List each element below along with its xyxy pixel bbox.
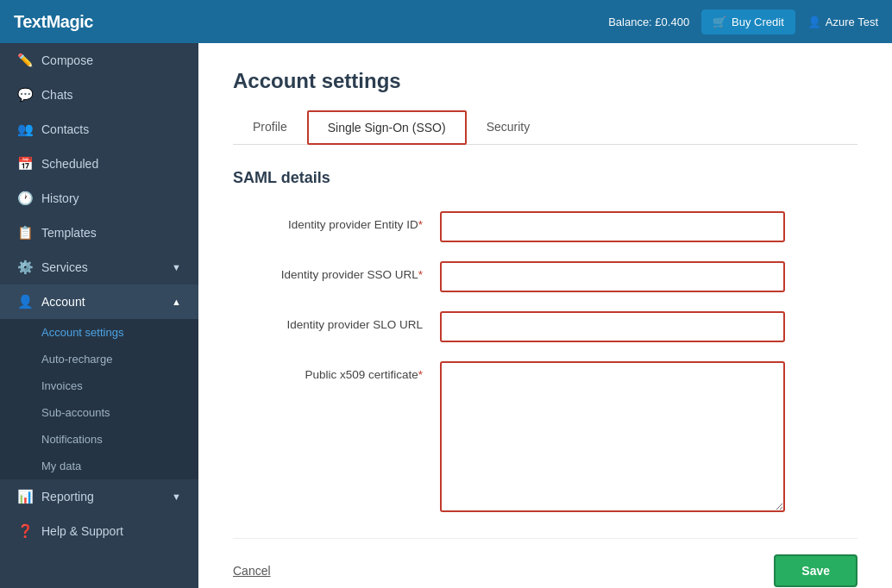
header-right: Balance: £0.400 🛒 Buy Credit 👤 Azure Tes… xyxy=(608,9,878,34)
label-sso-url: Identity provider SSO URL* xyxy=(233,261,440,281)
field-sso-url: Identity provider SSO URL* xyxy=(233,261,857,292)
submenu-item-notifications[interactable]: Notifications xyxy=(0,426,198,453)
sidebar-item-help[interactable]: ❓ Help & Support xyxy=(0,514,198,548)
sidebar-label-scheduled: Scheduled xyxy=(41,157,98,171)
history-icon: 🕐 xyxy=(17,191,33,206)
reporting-icon: 📊 xyxy=(17,489,33,504)
sidebar-item-services[interactable]: ⚙️ Services ▼ xyxy=(0,250,198,285)
buy-credit-label: Buy Credit xyxy=(732,16,784,28)
user-menu[interactable]: 👤 Azure Test xyxy=(807,16,878,28)
sidebar-label-templates: Templates xyxy=(41,226,97,240)
sidebar-item-compose[interactable]: ✏️ Compose xyxy=(0,43,198,78)
label-slo-url: Identity provider SLO URL xyxy=(233,311,440,331)
sidebar-item-history[interactable]: 🕐 History xyxy=(0,181,198,216)
templates-icon: 📋 xyxy=(17,225,33,241)
submenu-item-invoices[interactable]: Invoices xyxy=(0,372,198,399)
header: TextMagic Balance: £0.400 🛒 Buy Credit 👤… xyxy=(0,0,892,43)
saml-section-title: SAML details xyxy=(233,169,857,187)
sidebar-label-history: History xyxy=(41,191,79,205)
sidebar-item-templates[interactable]: 📋 Templates xyxy=(0,216,198,250)
sidebar-item-contacts[interactable]: 👥 Contacts xyxy=(0,112,198,147)
label-certificate: Public x509 certificate* xyxy=(233,361,440,381)
services-icon: ⚙️ xyxy=(17,260,33,275)
field-slo-url: Identity provider SLO URL xyxy=(233,311,857,342)
field-certificate: Public x509 certificate* xyxy=(233,361,857,512)
account-icon: 👤 xyxy=(17,294,33,310)
user-name: Azure Test xyxy=(826,16,878,28)
buy-credit-button[interactable]: 🛒 Buy Credit xyxy=(701,9,795,34)
save-button[interactable]: Save xyxy=(774,554,857,587)
required-marker-2: * xyxy=(418,268,423,281)
sidebar-item-reporting[interactable]: 📊 Reporting ▼ xyxy=(0,479,198,514)
cart-icon: 🛒 xyxy=(713,16,726,28)
input-entity-id[interactable] xyxy=(440,211,785,242)
sidebar-label-contacts: Contacts xyxy=(41,122,89,136)
balance-display: Balance: £0.400 xyxy=(608,16,689,28)
field-entity-id: Identity provider Entity ID* xyxy=(233,211,857,242)
sidebar-label-account: Account xyxy=(41,295,85,309)
form-footer: Cancel Save xyxy=(233,538,857,587)
label-entity-id: Identity provider Entity ID* xyxy=(233,211,440,231)
tab-security[interactable]: Security xyxy=(467,110,550,145)
user-icon: 👤 xyxy=(807,16,821,28)
submenu-item-account-settings[interactable]: Account settings xyxy=(0,319,198,346)
submenu-item-auto-recharge[interactable]: Auto-recharge xyxy=(0,346,198,372)
logo: TextMagic xyxy=(14,12,93,32)
sidebar: ✏️ Compose 💬 Chats 👥 Contacts 📅 Schedule… xyxy=(0,43,198,588)
tab-sso[interactable]: Single Sign-On (SSO) xyxy=(307,110,467,145)
sidebar-label-services: Services xyxy=(41,260,88,274)
scheduled-icon: 📅 xyxy=(17,156,33,172)
help-icon: ❓ xyxy=(17,523,33,539)
contacts-icon: 👥 xyxy=(17,122,33,137)
page-title: Account settings xyxy=(233,69,857,93)
sidebar-label-reporting: Reporting xyxy=(41,490,94,504)
textarea-certificate[interactable] xyxy=(440,361,785,512)
services-arrow: ▼ xyxy=(172,262,181,272)
account-arrow: ▲ xyxy=(172,297,181,307)
sidebar-label-compose: Compose xyxy=(41,53,93,67)
tab-profile[interactable]: Profile xyxy=(233,110,307,145)
main-content: Account settings Profile Single Sign-On … xyxy=(198,43,892,588)
submenu-item-sub-accounts[interactable]: Sub-accounts xyxy=(0,399,198,426)
required-marker: * xyxy=(418,218,423,231)
required-marker-3: * xyxy=(418,368,423,381)
chats-icon: 💬 xyxy=(17,87,33,103)
input-sso-url[interactable] xyxy=(440,261,785,292)
tabs-bar: Profile Single Sign-On (SSO) Security xyxy=(233,110,857,145)
sidebar-item-chats[interactable]: 💬 Chats xyxy=(0,78,198,112)
layout: ✏️ Compose 💬 Chats 👥 Contacts 📅 Schedule… xyxy=(0,43,892,588)
sidebar-item-scheduled[interactable]: 📅 Scheduled xyxy=(0,147,198,181)
submenu-item-my-data[interactable]: My data xyxy=(0,453,198,479)
sidebar-label-help: Help & Support xyxy=(41,524,123,538)
compose-icon: ✏️ xyxy=(17,53,33,68)
sidebar-item-account[interactable]: 👤 Account ▲ xyxy=(0,285,198,319)
cancel-button[interactable]: Cancel xyxy=(233,564,271,578)
sidebar-label-chats: Chats xyxy=(41,88,73,102)
account-submenu: Account settings Auto-recharge Invoices … xyxy=(0,319,198,479)
reporting-arrow: ▼ xyxy=(172,491,181,502)
input-slo-url[interactable] xyxy=(440,311,785,342)
